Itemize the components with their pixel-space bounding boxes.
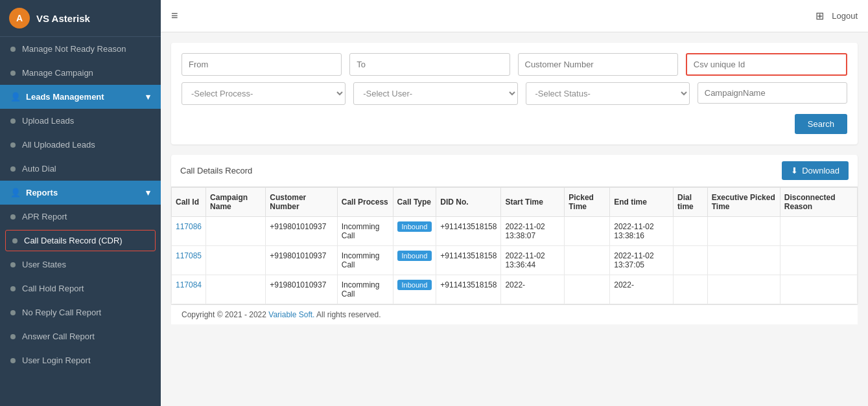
campaign-name-input[interactable] <box>698 82 847 104</box>
sidebar-item-answer-call-report[interactable]: Answer Call Report <box>0 324 161 348</box>
cell-call-id: 117084 <box>172 275 206 304</box>
table-row: 117085 +919801010937 Incomming Call Inbo… <box>172 246 858 275</box>
footer-text: Copyright © 2021 - 2022 <box>182 310 268 319</box>
col-call-id: Call Id <box>172 188 206 217</box>
leads-section-label: Leads Management <box>26 92 104 102</box>
cell-disconnected-reason <box>780 217 857 246</box>
sidebar-label-user-states: User States <box>22 260 66 269</box>
cell-end-time: 2022-11-02 13:38:16 <box>610 217 674 246</box>
dot-icon <box>10 334 16 339</box>
col-start-time: Start Time <box>501 188 565 217</box>
sidebar-item-user-login-report[interactable]: User Login Report <box>0 348 161 372</box>
reports-section-label: Reports <box>26 188 58 197</box>
dot-icon <box>10 214 16 220</box>
cell-call-id: 117086 <box>172 217 206 246</box>
cdr-table: Call Id Campaign Name Customer Number Ca… <box>171 187 858 304</box>
sidebar-section-leads[interactable]: 👤 Leads Management ▾ <box>0 85 161 109</box>
sidebar-item-auto-dial[interactable]: Auto Dial <box>0 157 161 181</box>
download-button[interactable]: ⬇ Download <box>782 161 849 180</box>
sidebar-item-cdr[interactable]: Call Details Record (CDR) <box>5 230 156 251</box>
cell-customer-number: +919801010937 <box>266 217 337 246</box>
sidebar-label-all-uploaded-leads: All Uploaded Leads <box>22 140 95 150</box>
sidebar-item-call-hold-report[interactable]: Call Hold Report <box>0 276 161 300</box>
filter-row-1 <box>182 53 847 76</box>
footer: Copyright © 2021 - 2022 Variable Soft. A… <box>171 304 858 324</box>
sidebar-item-no-reply-call-report[interactable]: No Reply Call Report <box>0 300 161 324</box>
call-type-badge: Inbound <box>397 280 432 290</box>
sidebar-label-manage-not-ready: Manage Not Ready Reason <box>22 44 126 54</box>
report-icon: 👤 <box>10 188 21 197</box>
sidebar-label-auto-dial: Auto Dial <box>22 164 56 174</box>
cell-disconnected-reason <box>780 275 857 304</box>
cell-call-process: Incomming Call <box>337 275 393 304</box>
sidebar-label-manage-campaign: Manage Campaign <box>22 68 93 78</box>
table-header: Call Id Campaign Name Customer Number Ca… <box>172 188 858 217</box>
cell-exec-picked-time <box>707 217 780 246</box>
sidebar-label-upload-leads: Upload Leads <box>22 116 74 126</box>
dot-icon <box>10 358 16 363</box>
cell-campaign-name <box>206 217 266 246</box>
col-end-time: End time <box>610 188 674 217</box>
sidebar-label-user-login-report: User Login Report <box>22 355 91 365</box>
sidebar-item-upload-leads[interactable]: Upload Leads <box>0 109 161 133</box>
col-disconnected-reason: Disconnected Reason <box>780 188 857 217</box>
call-id-link[interactable]: 117086 <box>176 222 202 231</box>
table-row: 117086 +919801010937 Incomming Call Inbo… <box>172 217 858 246</box>
sidebar-item-user-states[interactable]: User States <box>0 253 161 276</box>
call-id-link[interactable]: 117084 <box>176 280 202 289</box>
process-select[interactable]: -Select Process- <box>182 82 346 105</box>
filter-right: Search <box>698 82 847 134</box>
sidebar-section-reports[interactable]: 👤 Reports ▾ <box>0 181 161 205</box>
menu-toggle-icon[interactable]: ≡ <box>171 9 178 23</box>
app-title: VS Asterisk <box>36 13 90 24</box>
sidebar-item-apr-report[interactable]: APR Report <box>0 205 161 229</box>
user-select[interactable]: -Select User- <box>353 82 517 105</box>
download-icon: ⬇ <box>791 166 798 175</box>
topbar-right: ⊞ Logout <box>815 10 858 22</box>
cell-end-time: 2022- <box>610 275 674 304</box>
cell-disconnected-reason <box>780 246 857 275</box>
grid-icon[interactable]: ⊞ <box>815 10 824 22</box>
cell-start-time: 2022-11-02 13:38:07 <box>501 217 565 246</box>
cell-call-process: Incomming Call <box>337 246 393 275</box>
dot-icon <box>10 118 16 124</box>
col-did-no: DID No. <box>436 188 501 217</box>
avatar: A <box>9 8 30 28</box>
to-input[interactable] <box>349 53 510 76</box>
col-campaign-name: Campaign Name <box>206 188 266 217</box>
footer-brand[interactable]: Variable Soft. <box>268 310 314 319</box>
chevron-down-icon: ▾ <box>146 188 150 197</box>
status-select[interactable]: -Select Status- <box>526 82 690 105</box>
cell-dial-time <box>674 217 708 246</box>
col-call-process: Call Process <box>337 188 393 217</box>
search-button[interactable]: Search <box>795 114 847 134</box>
cell-call-process: Incomming Call <box>337 217 393 246</box>
dot-icon <box>10 262 16 267</box>
download-label: Download <box>802 166 839 175</box>
sidebar: A VS Asterisk Manage Not Ready Reason Ma… <box>0 0 161 406</box>
cell-picked-time <box>565 275 610 304</box>
cell-start-time: 2022- <box>501 275 565 304</box>
from-input[interactable] <box>182 53 342 76</box>
csv-unique-id-input[interactable] <box>686 53 847 76</box>
cell-picked-time <box>565 246 610 275</box>
call-type-badge: Inbound <box>397 251 432 261</box>
sidebar-item-manage-campaign[interactable]: Manage Campaign <box>0 61 161 85</box>
cell-campaign-name <box>206 246 266 275</box>
logout-button[interactable]: Logout <box>832 11 858 21</box>
cell-dial-time <box>674 275 708 304</box>
sidebar-item-all-uploaded-leads[interactable]: All Uploaded Leads <box>0 133 161 157</box>
cell-did-no: +911413518158 <box>436 246 501 275</box>
cell-start-time: 2022-11-02 13:36:44 <box>501 246 565 275</box>
dot-icon <box>10 166 16 172</box>
cell-customer-number: +919801010937 <box>266 246 337 275</box>
cell-picked-time <box>565 217 610 246</box>
sidebar-item-manage-not-ready[interactable]: Manage Not Ready Reason <box>0 37 161 61</box>
cell-end-time: 2022-11-02 13:37:05 <box>610 246 674 275</box>
call-id-link[interactable]: 117085 <box>176 251 202 260</box>
customer-number-input[interactable] <box>518 53 678 76</box>
col-call-type: Call Type <box>393 188 436 217</box>
topbar: ≡ ⊞ Logout <box>161 0 868 32</box>
sidebar-label-answer-call-report: Answer Call Report <box>22 332 95 341</box>
table-body: 117086 +919801010937 Incomming Call Inbo… <box>172 217 858 304</box>
